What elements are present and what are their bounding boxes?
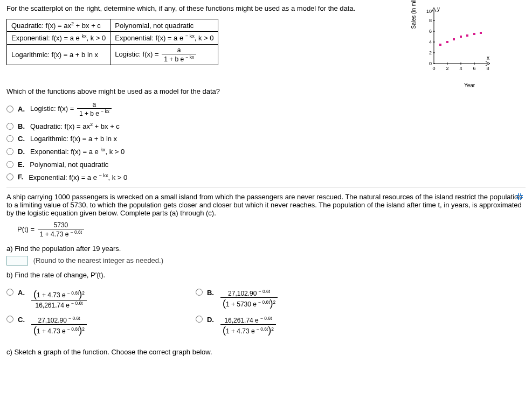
choice-d[interactable]: D. Exponential: f(x) = a e kx, k > 0 xyxy=(6,147,526,156)
radio-a[interactable] xyxy=(6,106,13,113)
cell-logistic: Logistic: f(x) = a 1 + b e − kx xyxy=(110,44,218,65)
svg-text:4: 4 xyxy=(459,66,462,71)
choice-b-a[interactable]: A. (1 + 4.73 e − 0.6t)2 16,261.74 e − 0.… xyxy=(6,289,88,309)
choice-b-d[interactable]: D. 16,261.74 e − 0.6t (1 + 4.73 e − 0.6t… xyxy=(196,316,279,336)
x-axis-label: Year xyxy=(464,82,475,88)
choice-f[interactable]: F. Exponential: f(x) = a e − kx, k > 0 xyxy=(6,173,526,181)
part-c-label: c) Sketch a graph of the function. Choos… xyxy=(6,348,526,356)
svg-text:10: 10 xyxy=(426,9,432,14)
choice-c[interactable]: C. Logarithmic: f(x) = a + b ln x xyxy=(6,135,526,143)
svg-text:6: 6 xyxy=(473,66,475,71)
cell-exp-pos: Exponential: f(x) = a e kx, k > 0 xyxy=(7,32,110,44)
svg-text:0: 0 xyxy=(429,61,432,66)
svg-text:8: 8 xyxy=(486,66,489,71)
y-end-label: y xyxy=(437,6,440,12)
choice-b[interactable]: B. Quadratic: f(x) = ax2 + bx + c xyxy=(6,122,526,130)
svg-text:6: 6 xyxy=(429,29,432,34)
hint-a: (Round to the nearest integer as needed.… xyxy=(33,256,163,264)
answer-input-a[interactable] xyxy=(6,256,28,266)
part-a-label: a) Find the population after 19 years. xyxy=(6,245,526,253)
y-axis-label: Sales (in millions) xyxy=(411,0,417,29)
q1-subprompt: Which of the functions above might be us… xyxy=(6,87,526,95)
radio-c[interactable] xyxy=(6,135,13,142)
radio-b-c[interactable] xyxy=(6,316,13,323)
part-b-label: b) Find the rate of change, P′(t). xyxy=(6,271,526,279)
function-table: Quadratic: f(x) = ax2 + bx + c Polynomia… xyxy=(6,19,218,65)
svg-rect-25 xyxy=(466,34,468,37)
svg-text:2: 2 xyxy=(446,66,448,71)
scatterplot: Sales (in millions) y x 0 2 4 6 8 10 xyxy=(418,4,504,80)
radio-e[interactable] xyxy=(6,161,13,168)
svg-text:4: 4 xyxy=(429,39,432,45)
q1-prompt: For the scatterplot on the right, determ… xyxy=(6,4,407,12)
svg-rect-27 xyxy=(480,32,482,34)
svg-rect-26 xyxy=(473,33,475,35)
svg-rect-21 xyxy=(439,44,441,46)
x-end-label: x xyxy=(487,55,489,61)
radio-b[interactable] xyxy=(6,123,13,130)
cell-log: Logarithmic: f(x) = a + b ln x xyxy=(7,44,110,65)
cell-quadratic: Quadratic: f(x) = ax2 + bx + c xyxy=(7,19,110,32)
q2-prompt: A ship carrying 1000 passengers is wreck… xyxy=(6,193,526,217)
choice-b-b[interactable]: B. 27,102.90 − 0.6t (1 + 5730 e − 0.6t)2 xyxy=(196,289,279,309)
choice-e[interactable]: E. Polynomial, not quadratic xyxy=(6,160,526,169)
svg-rect-24 xyxy=(460,36,462,38)
svg-rect-23 xyxy=(453,38,455,40)
choice-a[interactable]: A. Logistic: f(x) = a1 + b e − kx xyxy=(6,101,526,117)
radio-d[interactable] xyxy=(6,148,13,155)
svg-text:8: 8 xyxy=(429,18,432,23)
radio-f[interactable] xyxy=(6,173,13,180)
choice-b-c[interactable]: C. 27,102.90 − 0.6t (1 + 4.73 e − 0.6t)2 xyxy=(6,316,88,336)
cell-exp-neg: Exponential: f(x) = a e − kx, k > 0 xyxy=(110,32,218,44)
svg-rect-22 xyxy=(446,41,448,43)
radio-b-a[interactable] xyxy=(6,289,13,296)
radio-b-d[interactable] xyxy=(196,316,203,323)
divider xyxy=(6,187,526,187)
svg-text:2: 2 xyxy=(429,50,432,55)
cell-poly: Polynomial, not quadratic xyxy=(110,19,218,32)
svg-text:0: 0 xyxy=(432,66,435,71)
radio-b-b[interactable] xyxy=(196,289,203,296)
logistic-equation: P(t) = 5730 1 + 4.73 e − 0.6t xyxy=(17,221,526,238)
expand-icon[interactable] xyxy=(516,193,523,202)
